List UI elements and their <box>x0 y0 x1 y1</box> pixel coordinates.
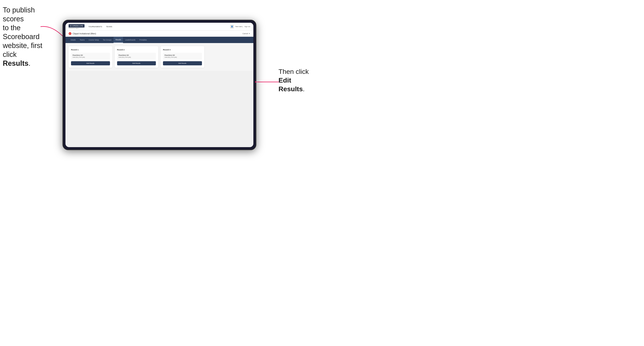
round-4-card-empty <box>207 46 250 68</box>
user-name: Test User | <box>235 26 243 27</box>
cancel-button[interactable]: Cancel ✕ <box>242 33 250 34</box>
close-icon: ✕ <box>248 33 250 34</box>
round-3-course-details: Gold (M) (7010 yds) <box>164 56 200 58</box>
left-instruction: To publish scores to the Scoreboard webs… <box>3 5 46 68</box>
nav-links: TOURNAMENTS TEAMS <box>88 26 230 28</box>
instruction-period: . <box>28 59 30 67</box>
nav-teams[interactable]: TEAMS <box>106 26 112 28</box>
nav-tournaments[interactable]: TOURNAMENTS <box>88 26 102 28</box>
logo-text: SCOREBOARD <box>69 24 84 28</box>
right-instruction-line1: Then click <box>278 68 309 75</box>
rounds-grid: Round 1 Peachtree GC Gold (M) (7010 yds)… <box>69 46 250 68</box>
tournament-header: C Clippd Invitational (Men) Cancel ✕ <box>66 31 253 37</box>
logo: SCOREBOARD Powered by clippd <box>69 24 84 29</box>
round-2-course-name: Peachtree GC <box>119 54 154 56</box>
round-3-card: Round 3 Peachtree GC Gold (M) (7010 yds)… <box>160 46 204 68</box>
tablet-device: SCOREBOARD Powered by clippd TOURNAMENTS… <box>62 20 256 150</box>
edit-results-round-1[interactable]: Edit Results <box>71 61 110 65</box>
tournament-name-container: C Clippd Invitational (Men) <box>69 32 96 35</box>
round-3-course-name: Peachtree GC <box>164 54 200 56</box>
app-header: SCOREBOARD Powered by clippd TOURNAMENTS… <box>66 23 253 31</box>
instruction-line4: click <box>3 50 16 58</box>
tabs-bar: Details Teams Course Setup Tee Groups Re… <box>66 37 253 43</box>
logo-subtext: Powered by clippd <box>69 28 84 29</box>
round-3-course: Peachtree GC Gold (M) (7010 yds) <box>163 53 202 59</box>
round-2-course-details: Gold (M) (7010 yds) <box>119 56 154 58</box>
round-1-title: Round 1 <box>71 49 110 51</box>
tournament-icon: C <box>69 32 72 35</box>
round-2-card: Round 2 Peachtree GC Gold (M) (7010 yds)… <box>115 46 158 68</box>
right-arrow <box>255 77 281 87</box>
right-instruction: Then click Edit Results. <box>278 67 318 93</box>
edit-results-round-2[interactable]: Edit Results <box>117 61 156 65</box>
instruction-line3: website, first <box>3 41 42 50</box>
tab-details[interactable]: Details <box>69 37 78 43</box>
tablet-screen: SCOREBOARD Powered by clippd TOURNAMENTS… <box>66 23 253 147</box>
tab-leaderboards[interactable]: Leaderboards <box>123 37 137 43</box>
tab-printables[interactable]: Printables <box>138 37 149 43</box>
round-1-course: Peachtree GC Gold (M) (7010 yds) <box>71 53 110 59</box>
round-1-course-details: Gold (M) (7010 yds) <box>72 56 108 58</box>
tab-results[interactable]: Results <box>114 37 123 43</box>
cancel-label: Cancel <box>242 33 248 34</box>
round-3-title: Round 3 <box>163 49 202 51</box>
main-content: Round 1 Peachtree GC Gold (M) (7010 yds)… <box>66 43 253 71</box>
edit-results-round-3[interactable]: Edit Results <box>163 61 202 65</box>
tab-course-setup[interactable]: Course Setup <box>87 37 101 43</box>
tournament-title: Clippd Invitational (Men) <box>72 32 96 35</box>
instruction-line1: To publish scores <box>3 6 35 23</box>
round-1-card: Round 1 Peachtree GC Gold (M) (7010 yds)… <box>69 46 112 68</box>
right-instruction-bold: Edit Results <box>278 76 303 93</box>
user-avatar: 👤 <box>230 25 234 28</box>
instruction-line2: to the Scoreboard <box>3 24 40 41</box>
round-2-title: Round 2 <box>117 49 156 51</box>
tab-teams[interactable]: Teams <box>78 37 87 43</box>
tab-tee-groups[interactable]: Tee Groups <box>101 37 114 43</box>
round-1-course-name: Peachtree GC <box>72 54 108 56</box>
header-right: 👤 Test User | Sign out <box>230 25 250 28</box>
right-instruction-period: . <box>303 85 304 93</box>
sign-out-link[interactable]: Sign out <box>244 26 250 27</box>
round-2-course: Peachtree GC Gold (M) (7010 yds) <box>117 53 156 59</box>
instruction-results-bold: Results <box>3 59 28 67</box>
